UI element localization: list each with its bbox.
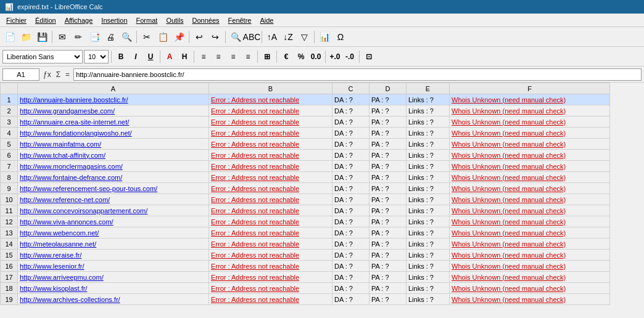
table-row: 16http://www.lesenior.fr/Error : Address…: [1, 261, 610, 272]
col-header-e[interactable]: E: [407, 83, 450, 94]
menu-fenetre[interactable]: Fenêtre: [225, 15, 255, 25]
align-left-btn[interactable]: ≡: [197, 50, 210, 63]
italic-btn[interactable]: I: [129, 50, 142, 63]
da-cell: DA : ?: [332, 283, 369, 294]
redo-btn[interactable]: ↪: [208, 30, 223, 44]
cell-reference-input[interactable]: [2, 68, 39, 81]
special-char-btn[interactable]: Ω: [333, 30, 348, 44]
function-wizard-icon[interactable]: ƒx: [42, 69, 52, 80]
sep2: [136, 31, 137, 43]
url-cell[interactable]: http://www.lesenior.fr/: [18, 261, 209, 272]
sum-icon[interactable]: Σ: [55, 69, 62, 80]
url-cell[interactable]: http://www.referencement-seo-pour-tous.c…: [18, 183, 209, 194]
url-cell[interactable]: http://www.tchat-affinity.com/: [18, 150, 209, 161]
copy-btn[interactable]: 📋: [155, 30, 170, 44]
edit-mode-btn[interactable]: ✏: [71, 30, 86, 44]
main-toolbar: 📄 📁 💾 ✉ ✏ 📑 🖨 🔍 ✂ 📋 📌 ↩ ↪ 🔍 ABC ↑A ↓Z ▽ …: [0, 27, 644, 47]
print-preview-btn[interactable]: 🔍: [119, 30, 134, 44]
font-size-selector[interactable]: 10: [84, 50, 109, 63]
font-selector[interactable]: Liberation Sans: [2, 50, 83, 63]
menu-insertion[interactable]: Insertion: [97, 15, 131, 25]
da-cell: DA : ?: [332, 183, 369, 194]
menu-aide[interactable]: Aide: [256, 15, 277, 25]
find-btn[interactable]: 🔍: [228, 30, 243, 44]
url-cell[interactable]: http://www.grandgamesbe.com/: [18, 105, 209, 116]
url-cell[interactable]: http://www.arriveepmu.com/: [18, 272, 209, 283]
col-header-c[interactable]: C: [332, 83, 369, 94]
row-number: 9: [1, 183, 18, 194]
title-bar: 📊 expired.txt - LibreOffice Calc: [0, 0, 644, 14]
menu-fichier[interactable]: Fichier: [2, 15, 30, 25]
chart-btn[interactable]: 📊: [317, 30, 332, 44]
whois-cell: Whois Unknown (need manual check): [450, 227, 610, 238]
undo-btn[interactable]: ↩: [192, 30, 207, 44]
underline-btn[interactable]: U: [144, 50, 157, 63]
menu-donnees[interactable]: Données: [189, 15, 223, 25]
highlight-btn[interactable]: H: [178, 50, 191, 63]
new-btn[interactable]: 📄: [2, 30, 17, 44]
links-cell: Links : ?: [407, 283, 450, 294]
save-btn[interactable]: 💾: [35, 30, 49, 44]
number-btn[interactable]: 0.0: [309, 50, 323, 63]
sort-desc-btn[interactable]: ↓Z: [281, 30, 295, 44]
increase-decimal-btn[interactable]: +.0: [328, 50, 342, 63]
menu-edition[interactable]: Édition: [31, 15, 60, 25]
links-cell: Links : ?: [407, 105, 450, 116]
url-cell[interactable]: http://www.kisoplast.fr/: [18, 283, 209, 294]
error-cell: Error : Address not reachable: [209, 216, 332, 227]
open-btn[interactable]: 📁: [19, 30, 33, 44]
error-cell: Error : Address not reachable: [209, 161, 332, 172]
align-justify-btn[interactable]: ≡: [241, 50, 255, 63]
align-center-btn[interactable]: ≡: [212, 50, 225, 63]
export-pdf-btn[interactable]: 📑: [87, 30, 102, 44]
url-cell[interactable]: http://www.reference-net.com/: [18, 194, 209, 205]
url-cell[interactable]: http://www.archives-collections.fr/: [18, 294, 209, 305]
col-header-a[interactable]: A: [18, 83, 209, 94]
pa-cell: PA : ?: [369, 272, 407, 283]
table-row: 17http://www.arriveepmu.com/Error : Addr…: [1, 272, 610, 283]
menu-affichage[interactable]: Affichage: [61, 15, 97, 25]
url-cell[interactable]: http://www.monclermagasins.com/: [18, 161, 209, 172]
filter-btn[interactable]: ▽: [297, 30, 312, 44]
whois-cell: Whois Unknown (need manual check): [450, 194, 610, 205]
col-header-f[interactable]: F: [450, 83, 610, 94]
percent-btn[interactable]: %: [294, 50, 308, 63]
print-btn[interactable]: 🖨: [103, 30, 118, 44]
url-cell[interactable]: http://meteolausanne.net/: [18, 238, 209, 250]
url-cell[interactable]: http://www.fontaine-defrance.com/: [18, 172, 209, 183]
url-cell[interactable]: http://www.webencom.net/: [18, 227, 209, 238]
formula-input[interactable]: [73, 68, 642, 81]
error-cell: Error : Address not reachable: [209, 205, 332, 216]
font-color-btn[interactable]: A: [163, 50, 176, 63]
url-cell[interactable]: http://www.concevoirsonappartement.com/: [18, 205, 209, 216]
url-cell[interactable]: http://www.viva-annonces.com/: [18, 216, 209, 227]
align-right-btn[interactable]: ≡: [226, 50, 240, 63]
borders-btn[interactable]: ⊡: [362, 50, 376, 63]
row-number: 6: [1, 150, 18, 161]
merge-btn[interactable]: ⊞: [260, 50, 274, 63]
col-header-b[interactable]: B: [209, 83, 332, 94]
bold-btn[interactable]: B: [114, 50, 128, 63]
url-cell[interactable]: http://www.reraise.fr/: [18, 250, 209, 261]
whois-cell: Whois Unknown (need manual check): [450, 216, 610, 227]
spell-btn[interactable]: ABC: [244, 30, 259, 44]
url-cell[interactable]: http://annuaire-banniere.boostclic.fr/: [18, 94, 209, 105]
email-btn[interactable]: ✉: [55, 30, 70, 44]
equal-icon[interactable]: =: [64, 69, 71, 80]
cut-btn[interactable]: ✂: [139, 30, 154, 44]
col-header-d[interactable]: D: [369, 83, 407, 94]
table-row: 19http://www.archives-collections.fr/Err…: [1, 294, 610, 305]
menu-format[interactable]: Format: [133, 15, 162, 25]
da-cell: DA : ?: [332, 272, 369, 283]
sort-asc-btn[interactable]: ↑A: [265, 30, 279, 44]
row-number: 8: [1, 172, 18, 183]
url-cell[interactable]: http://annuaire.crea-site-internet.net/: [18, 116, 209, 128]
currency-btn[interactable]: €: [279, 50, 293, 63]
decrease-decimal-btn[interactable]: -.0: [343, 50, 357, 63]
url-cell[interactable]: http://www.fondationolangiwosho.net/: [18, 128, 209, 139]
url-cell[interactable]: http://www.mainfatma.com/: [18, 139, 209, 150]
whois-cell: Whois Unknown (need manual check): [450, 139, 610, 150]
menu-outils[interactable]: Outils: [162, 15, 187, 25]
table-row: 13http://www.webencom.net/Error : Addres…: [1, 227, 610, 238]
paste-btn[interactable]: 📌: [171, 30, 186, 44]
